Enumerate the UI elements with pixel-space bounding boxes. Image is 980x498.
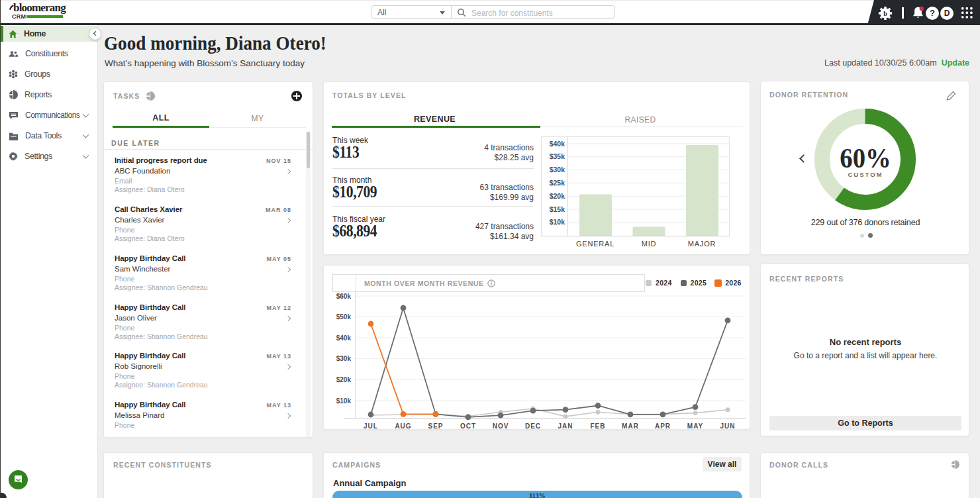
svg-text:DEC: DEC xyxy=(525,423,541,430)
svg-text:MAR: MAR xyxy=(622,423,639,430)
svg-text:$20k: $20k xyxy=(550,192,565,200)
svg-text:OCT: OCT xyxy=(460,423,476,430)
svg-text:GENERAL: GENERAL xyxy=(576,240,614,248)
svg-text:$60k: $60k xyxy=(336,293,352,300)
svg-text:$30k: $30k xyxy=(336,355,352,362)
svg-text:SEP: SEP xyxy=(428,423,443,430)
svg-text:$50k: $50k xyxy=(336,313,352,321)
svg-text:MAJOR: MAJOR xyxy=(688,240,716,248)
svg-text:$10k: $10k xyxy=(550,218,565,226)
svg-text:$35k: $35k xyxy=(550,152,565,160)
svg-text:FEB: FEB xyxy=(591,423,606,430)
svg-text:NOV: NOV xyxy=(493,423,509,430)
svg-text:JUL: JUL xyxy=(364,423,378,430)
svg-text:MID: MID xyxy=(642,240,657,248)
svg-text:$30k: $30k xyxy=(550,166,565,174)
svg-text:MAY: MAY xyxy=(687,423,703,430)
svg-text:AUG: AUG xyxy=(395,423,411,430)
svg-text:APR: APR xyxy=(655,423,671,430)
svg-text:$40k: $40k xyxy=(336,334,352,342)
svg-text:$15k: $15k xyxy=(550,205,565,213)
svg-text:$25k: $25k xyxy=(550,179,565,187)
svg-text:$40k: $40k xyxy=(550,140,565,148)
svg-text:JAN: JAN xyxy=(558,423,573,430)
svg-text:$20k: $20k xyxy=(336,376,352,383)
svg-text:b: b xyxy=(883,10,887,17)
svg-text:JUN: JUN xyxy=(720,423,735,430)
svg-text:$10k: $10k xyxy=(336,397,352,405)
